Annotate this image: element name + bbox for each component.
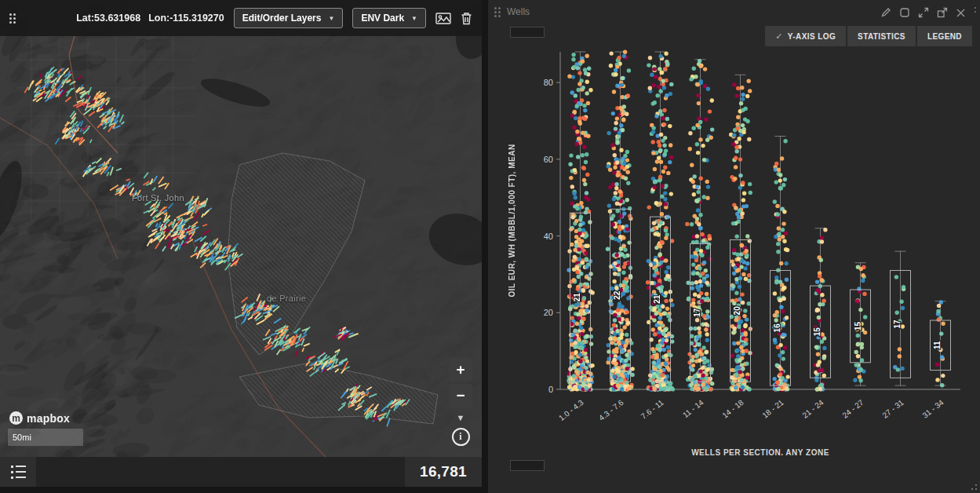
well-point — [618, 302, 621, 306]
well-point — [658, 144, 661, 148]
drag-handle-icon[interactable] — [494, 7, 501, 17]
well-point — [778, 343, 782, 347]
well-point — [613, 318, 617, 322]
well-point — [937, 318, 941, 322]
well-point — [700, 254, 704, 257]
well-point — [731, 142, 735, 146]
mapbox-attribution[interactable]: m mapbox — [9, 411, 70, 425]
well-point — [698, 369, 702, 373]
well-point — [822, 374, 826, 378]
well-point — [584, 71, 588, 75]
chevron-down-icon[interactable]: ▼ — [457, 413, 465, 422]
x-tick-label: 14 - 18 — [720, 398, 745, 420]
panel-resize-handle[interactable] — [967, 480, 977, 490]
well-point — [736, 115, 740, 119]
frame-icon[interactable] — [899, 7, 910, 18]
well-point — [695, 336, 699, 340]
well-point — [668, 160, 672, 164]
well-point — [856, 334, 860, 338]
well-list-button[interactable] — [0, 457, 36, 487]
well-point — [585, 233, 588, 237]
well-point — [733, 177, 737, 181]
well-point — [742, 314, 746, 318]
well-point — [577, 247, 581, 251]
y-axis-min-input[interactable] — [510, 460, 545, 471]
well-point — [748, 89, 752, 93]
well-point — [741, 301, 745, 305]
well-point — [588, 88, 592, 92]
drag-handle-icon[interactable] — [9, 13, 16, 24]
strip-box-chart[interactable]: 020406080211.0 - 4.3224.3 - 7.6217.6 - 1… — [490, 47, 976, 471]
well-point — [669, 82, 673, 86]
well-point — [657, 140, 661, 144]
basemap-style-button[interactable]: ENV Dark ▼ — [352, 8, 426, 28]
zoom-in-button[interactable]: + — [449, 358, 472, 382]
well-point — [775, 213, 779, 217]
expand-icon[interactable] — [918, 7, 929, 18]
well-point — [574, 341, 577, 345]
popout-icon[interactable] — [937, 7, 948, 18]
well-point — [607, 357, 611, 361]
well-point — [620, 373, 624, 377]
well-point — [623, 50, 627, 54]
well-point — [570, 215, 574, 219]
well-point — [699, 249, 703, 253]
y-tick-label: 40 — [544, 232, 553, 241]
well-point — [659, 369, 663, 373]
well-point — [701, 144, 705, 148]
edit-icon[interactable] — [880, 7, 891, 18]
well-point — [741, 130, 745, 134]
well-point — [658, 252, 662, 256]
well-point — [654, 114, 658, 118]
well-point — [572, 374, 576, 378]
well-point — [584, 160, 588, 164]
well-point — [744, 277, 748, 281]
well-point — [613, 272, 617, 276]
edit-order-layers-button[interactable]: Edit/Order Layers ▼ — [234, 8, 344, 28]
well-point — [581, 86, 585, 89]
well-point — [612, 197, 616, 201]
well-point — [735, 235, 739, 239]
well-point — [577, 137, 581, 141]
well-point — [696, 386, 700, 390]
well-point — [668, 124, 672, 128]
well-point — [575, 270, 579, 274]
well-point — [572, 258, 576, 262]
close-icon[interactable] — [956, 8, 966, 18]
well-point — [577, 316, 581, 320]
map-canvas[interactable] — [0, 0, 482, 457]
well-point — [580, 332, 584, 336]
well-point — [734, 93, 738, 97]
well-point — [613, 153, 617, 157]
well-point — [650, 228, 654, 232]
well-point — [782, 239, 786, 243]
well-point — [693, 255, 697, 259]
well-point — [621, 76, 625, 80]
well-point — [577, 101, 581, 105]
well-point — [576, 66, 580, 70]
info-icon[interactable]: i — [452, 428, 470, 446]
y-axis-max-input[interactable] — [510, 27, 545, 38]
snapshot-image-icon[interactable] — [435, 12, 451, 25]
well-point — [697, 101, 701, 105]
y-axis-log-toggle[interactable]: ✓ Y-AXIS LOG — [765, 26, 846, 46]
well-point — [613, 166, 617, 170]
well-point — [740, 363, 744, 367]
well-point — [937, 304, 941, 308]
well-point — [732, 133, 736, 137]
well-point — [695, 234, 699, 238]
well-point — [585, 334, 589, 338]
mapbox-wordmark: mapbox — [27, 412, 70, 425]
well-point — [862, 292, 866, 296]
panel-corner-handle[interactable] — [975, 7, 976, 13]
well-point — [690, 163, 694, 167]
well-point — [652, 261, 656, 265]
well-point — [625, 150, 629, 154]
zoom-out-button[interactable]: − — [449, 384, 472, 407]
well-point — [822, 346, 826, 350]
well-point — [581, 341, 585, 345]
trash-icon[interactable] — [461, 12, 472, 25]
legend-button[interactable]: LEGEND — [917, 26, 972, 46]
statistics-button[interactable]: STATISTICS — [847, 26, 916, 46]
well-point — [622, 265, 626, 268]
